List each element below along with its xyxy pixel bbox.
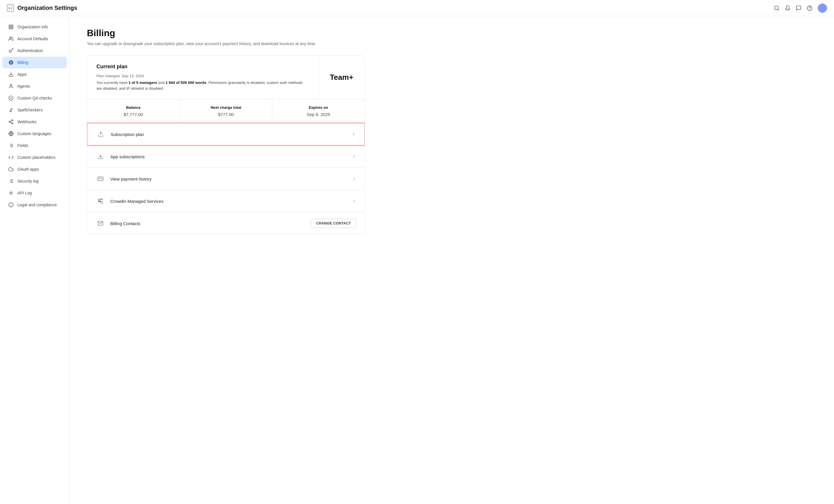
svg-text:$: $ <box>10 61 12 64</box>
balance-value: $7,777.00 <box>96 112 170 117</box>
next-charge-label: Next charge total <box>189 105 263 110</box>
sidebar-item-custom-languages[interactable]: Custom languages <box>2 128 67 139</box>
menu-row-crowdin-managed[interactable]: A Crowdin Managed Services <box>87 190 365 212</box>
back-button[interactable]: ← <box>7 4 14 12</box>
menu-row-payment-history[interactable]: View payment history <box>87 168 365 190</box>
plan-description: You currently have 1 of 5 managers and 1… <box>96 80 309 91</box>
current-plan-info: Current plan Plan changed: Sep 13, 2024 … <box>87 55 318 99</box>
sidebar-label: Account Defaults <box>17 37 48 41</box>
svg-point-13 <box>10 84 12 86</box>
sidebar-item-oauth-apps[interactable]: OAuth apps <box>2 163 67 175</box>
stat-expires: Expires on Sep 8, 2025 <box>272 99 365 123</box>
menu-row-app-subscriptions[interactable]: App subscriptions <box>87 145 365 168</box>
sidebar-item-apps[interactable]: Apps <box>2 69 67 80</box>
plan-desc-prefix: You currently have <box>96 81 129 85</box>
sidebar-label: Webhooks <box>17 119 37 124</box>
chevron-right-icon <box>351 199 356 204</box>
sidebar-item-spellcheckers[interactable]: Spellcheckers <box>2 104 67 116</box>
globe-icon <box>8 131 14 137</box>
sidebar-label: Agents <box>17 84 30 89</box>
chat-icon[interactable] <box>796 5 802 11</box>
sidebar-label: Custom QA checks <box>17 96 52 100</box>
search-icon[interactable] <box>774 5 780 11</box>
header-icons <box>774 3 827 13</box>
app-download-icon <box>95 151 106 162</box>
sidebar-item-api-log[interactable]: API Log <box>2 187 67 199</box>
next-charge-value: $777.00 <box>189 112 263 117</box>
sidebar-item-security-log[interactable]: Security log <box>2 175 67 187</box>
sidebar-item-authentication[interactable]: Authentication <box>2 45 67 56</box>
sidebar-label: Legal and compliance <box>17 203 57 207</box>
svg-point-15 <box>12 120 13 121</box>
sidebar-item-fields[interactable]: Fields <box>2 140 67 151</box>
download-icon <box>8 71 14 77</box>
list-icon <box>8 178 14 184</box>
key-icon <box>8 48 14 53</box>
chevron-right-icon <box>351 132 356 137</box>
svg-line-1 <box>778 9 779 10</box>
dollar-icon: $ <box>8 60 14 65</box>
main-content: Billing You can upgrade or downgrade you… <box>69 16 834 504</box>
upload-icon <box>95 129 106 139</box>
svg-rect-43 <box>101 201 103 203</box>
svg-rect-40 <box>98 177 103 181</box>
sidebar-label: API Log <box>17 191 32 195</box>
sidebar-label: Authentication <box>17 48 43 53</box>
sidebar-item-custom-qa[interactable]: Custom QA checks <box>2 92 67 104</box>
stat-balance: Balance $7,777.00 <box>87 99 180 123</box>
sidebar-label: Custom placeholders <box>17 155 56 160</box>
sidebar: Organization info Account Defaults Authe… <box>0 16 69 504</box>
notifications-icon[interactable] <box>785 5 791 11</box>
grid-icon <box>8 24 14 30</box>
sidebar-item-agents[interactable]: Agents <box>2 81 67 92</box>
sidebar-item-custom-placeholders[interactable]: Custom placeholders <box>2 152 67 163</box>
webhooks-icon <box>8 119 14 125</box>
stat-next-charge: Next charge total $777.00 <box>180 99 272 123</box>
sidebar-label: Spellcheckers <box>17 108 43 112</box>
change-contact-button[interactable]: CHANGE CONTACT <box>311 219 356 228</box>
sidebar-label: Fields <box>17 143 28 148</box>
sidebar-item-org-info[interactable]: Organization info <box>2 21 67 33</box>
billing-subtitle: You can upgrade or downgrade your subscr… <box>87 41 817 46</box>
code-icon <box>8 155 14 160</box>
header: ← Organization Settings <box>0 0 834 16</box>
svg-point-8 <box>9 37 11 39</box>
svg-point-16 <box>9 121 10 123</box>
crowdin-managed-label: Crowdin Managed Services <box>110 199 351 204</box>
svg-rect-5 <box>12 25 13 26</box>
cloud-icon <box>8 166 14 172</box>
svg-rect-6 <box>9 27 10 29</box>
sidebar-item-legal[interactable]: Legal and compliance <box>2 199 67 211</box>
svg-point-17 <box>12 123 13 124</box>
menu-row-billing-contacts[interactable]: Billing Contacts CHANGE CONTACT <box>87 212 365 234</box>
sidebar-label: Billing <box>17 60 28 65</box>
avatar[interactable] <box>818 3 827 13</box>
help-icon[interactable] <box>807 5 813 11</box>
stats-row: Balance $7,777.00 Next charge total $777… <box>87 99 365 123</box>
billing-title: Billing <box>87 28 817 39</box>
page-title: Organization Settings <box>17 5 774 11</box>
app-subscriptions-label: App subscriptions <box>110 154 351 159</box>
chevron-right-icon <box>351 154 356 159</box>
svg-line-18 <box>10 122 12 123</box>
people-icon <box>8 36 14 42</box>
api-icon <box>8 190 14 196</box>
sidebar-item-account-defaults[interactable]: Account Defaults <box>2 33 67 45</box>
subscription-plan-label: Subscription plan <box>111 132 351 137</box>
plan-badge: Team+ <box>318 55 365 99</box>
svg-point-9 <box>9 50 11 53</box>
billing-contacts-label: Billing Contacts <box>110 221 311 226</box>
sidebar-item-webhooks[interactable]: Webhooks <box>2 116 67 128</box>
plan-desc-mid: and <box>157 81 166 85</box>
chevron-right-icon <box>351 176 356 181</box>
svg-line-19 <box>10 121 12 121</box>
sidebar-item-billing[interactable]: $ Billing <box>2 57 67 68</box>
sidebar-label: Security log <box>17 179 39 183</box>
menu-row-subscription-plan[interactable]: Subscription plan <box>87 123 365 146</box>
credit-card-icon <box>95 174 106 184</box>
sidebar-label: OAuth apps <box>17 167 39 171</box>
balance-label: Balance <box>96 105 170 110</box>
plan-managers: 1 of 5 managers <box>129 81 157 85</box>
spell-icon <box>8 107 14 113</box>
payment-history-label: View payment history <box>110 177 351 181</box>
